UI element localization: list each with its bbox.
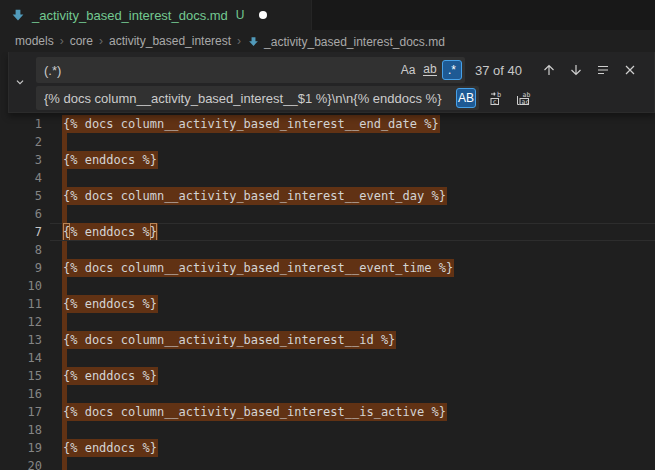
line-number[interactable]: 12	[0, 313, 42, 331]
breadcrumb-item[interactable]: _activity_based_interest_docs.md	[247, 33, 445, 49]
regex-button[interactable]: .*	[442, 60, 462, 80]
preserve-case-button[interactable]: AB	[456, 88, 476, 108]
tab-filename: _activity_based_interest_docs.md	[32, 8, 228, 23]
match-highlight: {% docs column__activity_based_interest_…	[62, 115, 440, 133]
breadcrumb-item[interactable]: activity_based_interest	[109, 34, 231, 48]
modified-indicator[interactable]	[259, 11, 267, 19]
match-highlight: {% docs column__activity_based_interest_…	[62, 187, 447, 205]
line-content[interactable]: {% docs column__activity_based_interest_…	[62, 115, 655, 133]
line-number[interactable]: 6	[0, 205, 42, 223]
match-highlight	[62, 349, 67, 367]
vscode-window: _activity_based_interest_docs.md U model…	[0, 0, 655, 470]
line-content[interactable]	[62, 133, 655, 151]
line-number[interactable]: 18	[0, 421, 42, 439]
whole-word-button[interactable]: ab	[420, 60, 440, 80]
line-content[interactable]: {% enddocs %}	[62, 367, 655, 385]
code-line[interactable]: 10	[0, 277, 655, 295]
next-match-button[interactable]	[566, 60, 586, 80]
line-content[interactable]	[62, 277, 655, 295]
line-content[interactable]	[62, 349, 655, 367]
match-highlight	[62, 277, 67, 295]
code-line[interactable]: 16	[0, 385, 655, 403]
line-number[interactable]: 16	[0, 385, 42, 403]
line-content[interactable]	[62, 169, 655, 187]
line-number[interactable]: 11	[0, 295, 42, 313]
line-number[interactable]: 13	[0, 331, 42, 349]
line-content[interactable]: {% docs column__activity_based_interest_…	[62, 259, 655, 277]
code-line[interactable]: 12	[0, 313, 655, 331]
code-line[interactable]: 13{% docs column__activity_based_interes…	[0, 331, 655, 349]
line-content[interactable]	[62, 205, 655, 223]
code-line[interactable]: 9{% docs column__activity_based_interest…	[0, 259, 655, 277]
code-line[interactable]: 1{% docs column__activity_based_interest…	[0, 115, 655, 133]
code-line[interactable]: 3{% enddocs %}	[0, 151, 655, 169]
line-content[interactable]: {% enddocs %}	[62, 295, 655, 313]
replace-value[interactable]: {% docs column__activity_based_interest_…	[44, 91, 456, 106]
editor-tab[interactable]: _activity_based_interest_docs.md U	[0, 0, 312, 30]
breadcrumb-item[interactable]: models	[15, 34, 54, 48]
find-input[interactable]: (.*) Aa ab .*	[36, 57, 465, 83]
line-number[interactable]: 10	[0, 277, 42, 295]
code-line[interactable]: 7{% enddocs %}	[0, 223, 655, 241]
match-highlight: {% enddocs %}	[62, 367, 158, 385]
line-number[interactable]: 4	[0, 169, 42, 187]
line-content[interactable]: {% docs column__activity_based_interest_…	[62, 403, 655, 421]
match-case-label: Aa	[401, 63, 416, 77]
svg-text:b: b	[497, 91, 501, 99]
code-line[interactable]: 14	[0, 349, 655, 367]
preserve-case-label: AB	[458, 91, 474, 105]
editor[interactable]: 1{% docs column__activity_based_interest…	[0, 52, 655, 470]
code-line[interactable]: 6	[0, 205, 655, 223]
code-line[interactable]: 5{% docs column__activity_based_interest…	[0, 187, 655, 205]
toggle-replace-button[interactable]	[11, 72, 29, 92]
line-number[interactable]: 20	[0, 457, 42, 470]
code-line[interactable]: 19{% enddocs %}	[0, 439, 655, 457]
code-line[interactable]: 11{% enddocs %}	[0, 295, 655, 313]
line-content[interactable]: {% enddocs %}	[62, 439, 655, 457]
code-line[interactable]: 18	[0, 421, 655, 439]
match-case-button[interactable]: Aa	[398, 60, 418, 80]
breadcrumb-separator: ›	[60, 34, 64, 48]
match-highlight: {% docs column__activity_based_interest_…	[62, 259, 454, 277]
line-content[interactable]	[62, 241, 655, 259]
line-content[interactable]: {% enddocs %}	[62, 223, 655, 241]
line-number[interactable]: 19	[0, 439, 42, 457]
code-line[interactable]: 15{% enddocs %}	[0, 367, 655, 385]
match-highlight: {% enddocs %}	[62, 223, 158, 241]
replace-button[interactable]: b c	[487, 88, 507, 108]
code-line[interactable]: 17{% docs column__activity_based_interes…	[0, 403, 655, 421]
line-number[interactable]: 14	[0, 349, 42, 367]
previous-match-button[interactable]	[539, 60, 559, 80]
code-line[interactable]: 2	[0, 133, 655, 151]
line-content[interactable]: {% docs column__activity_based_interest_…	[62, 187, 655, 205]
selection-icon	[595, 62, 611, 78]
line-content[interactable]	[62, 313, 655, 331]
close-find-button[interactable]	[620, 60, 640, 80]
line-number[interactable]: 8	[0, 241, 42, 259]
line-number[interactable]: 3	[0, 151, 42, 169]
code-line[interactable]: 20	[0, 457, 655, 470]
line-number[interactable]: 17	[0, 403, 42, 421]
breadcrumb-item[interactable]: core	[70, 34, 93, 48]
line-content[interactable]: {% docs column__activity_based_interest_…	[62, 331, 655, 349]
line-number[interactable]: 7	[0, 223, 42, 241]
line-number[interactable]: 9	[0, 259, 42, 277]
line-content[interactable]	[62, 457, 655, 470]
line-content[interactable]	[62, 385, 655, 403]
replace-all-button[interactable]: ab ac	[513, 88, 533, 108]
line-number[interactable]: 15	[0, 367, 42, 385]
line-number[interactable]: 1	[0, 115, 42, 133]
line-content[interactable]: {% enddocs %}	[62, 151, 655, 169]
find-in-selection-button[interactable]	[593, 60, 613, 80]
code-area[interactable]: 1{% docs column__activity_based_interest…	[0, 52, 655, 470]
replace-input[interactable]: {% docs column__activity_based_interest_…	[36, 86, 479, 110]
line-number[interactable]: 2	[0, 133, 42, 151]
bracket-match: {	[63, 223, 70, 241]
code-line[interactable]: 4	[0, 169, 655, 187]
line-content[interactable]	[62, 421, 655, 439]
markdown-icon	[10, 7, 26, 23]
code-line[interactable]: 8	[0, 241, 655, 259]
match-highlight: {% enddocs %}	[62, 295, 158, 313]
find-query[interactable]: (.*)	[44, 63, 398, 78]
line-number[interactable]: 5	[0, 187, 42, 205]
